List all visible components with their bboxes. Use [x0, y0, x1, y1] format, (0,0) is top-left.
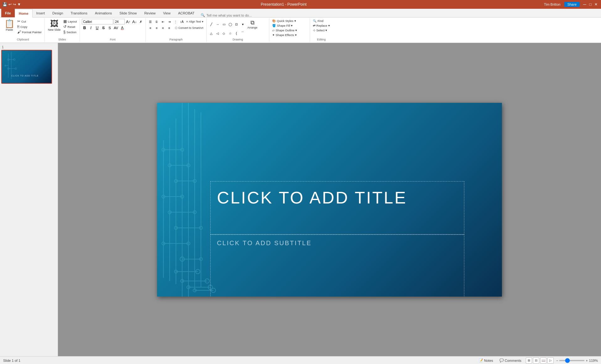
tell-me-input[interactable] — [206, 13, 263, 17]
share-button[interactable]: Share — [564, 2, 580, 7]
tab-home[interactable]: Home — [15, 9, 33, 18]
arrange-button[interactable]: ⧉ Arrange — [246, 19, 259, 30]
shape2[interactable]: ◁ — [215, 30, 220, 36]
format-painter-button[interactable]: 🖌 Format Painter — [16, 29, 43, 34]
text-direction-button[interactable]: ↕A — [179, 19, 185, 24]
triangle-shape[interactable]: △ — [208, 30, 214, 36]
replace-button[interactable]: ⇄ Replace ▾ — [312, 24, 331, 28]
increase-font-size-button[interactable]: A↑ — [125, 19, 131, 24]
tab-review[interactable]: Review — [140, 9, 159, 17]
copy-button[interactable]: ⎘ Copy — [16, 24, 43, 29]
tab-file[interactable]: File — [1, 9, 15, 17]
oval-shape[interactable]: ◯ — [227, 22, 233, 27]
slide-thumb[interactable]: CLICK TO ADD TITLE — [1, 50, 52, 84]
textbox-shape[interactable]: ⊡ — [234, 22, 239, 27]
slide-title-box[interactable]: CLICK TO ADD TITLE — [210, 181, 464, 235]
slide-subtitle-box[interactable]: CLICK TO ADD SUBTITLE — [210, 235, 464, 297]
select-button[interactable]: ⊹ Select ▾ — [312, 28, 328, 32]
paragraph-label: Paragraph — [146, 38, 206, 41]
find-button[interactable]: 🔍 Find — [312, 19, 324, 23]
decrease-indent-button[interactable]: ⇤ — [160, 19, 166, 24]
tab-transitions[interactable]: Transitions — [67, 9, 91, 17]
strikethrough-button[interactable]: S — [101, 25, 106, 31]
shape3[interactable]: ◇ — [221, 30, 227, 36]
customize-icon[interactable]: ▼ — [17, 2, 21, 7]
shape4[interactable]: ☆ — [227, 30, 233, 36]
underline-button[interactable]: U — [94, 25, 100, 31]
copy-icon: ⎘ — [17, 24, 19, 29]
window-title: Presentation1 - PowerPoint — [24, 2, 544, 7]
shape-effects-button[interactable]: ✦ Shape Effects ▾ — [271, 33, 298, 37]
bold-button[interactable]: B — [82, 25, 87, 31]
normal-view-button[interactable]: ⊞ — [526, 357, 532, 364]
new-slide-button[interactable]: 🖼 New Slide — [47, 19, 62, 32]
slideshow-button[interactable]: ▷ — [547, 357, 554, 364]
quick-access-toolbar[interactable]: 💾 ↩ ↪ ▼ — [3, 2, 21, 7]
zoom-slider[interactable] — [559, 360, 584, 361]
redo-icon[interactable]: ↪ — [13, 2, 16, 7]
quick-styles-button[interactable]: 🎨 Quick Styles ▾ — [271, 19, 297, 23]
paste-icon: 📋 — [4, 19, 14, 28]
thumb-circuit-svg — [2, 50, 21, 83]
slide-sorter-button[interactable]: ⊟ — [533, 357, 539, 364]
align-right-button[interactable]: ≡ — [160, 25, 166, 31]
tab-view[interactable]: View — [159, 9, 174, 17]
font-size-input[interactable] — [114, 19, 125, 24]
minimize-button[interactable]: ─ — [582, 2, 587, 7]
tab-slideshow[interactable]: Slide Show — [116, 9, 140, 17]
slide-area: CLICK TO ADD TITLE CLICK TO ADD SUBTITLE — [58, 43, 601, 356]
section-button[interactable]: § Section — [62, 29, 78, 34]
zoom-in-icon[interactable]: + — [586, 359, 588, 362]
cut-button[interactable]: ✂ Cut — [16, 19, 43, 24]
italic-button[interactable]: I — [88, 25, 94, 31]
tab-insert[interactable]: Insert — [33, 9, 49, 17]
clear-formatting-button[interactable]: ✗ — [138, 19, 144, 24]
slide-canvas[interactable]: CLICK TO ADD TITLE CLICK TO ADD SUBTITLE — [157, 103, 502, 297]
bullets-button[interactable]: ☰ — [148, 19, 153, 24]
align-center-button[interactable]: ≡ — [154, 25, 160, 31]
arrow-shape[interactable]: → — [215, 22, 220, 27]
paste-button[interactable]: 📋 Paste — [3, 19, 16, 32]
columns-button[interactable]: ⋮ — [173, 19, 178, 24]
workspace: 1 CLIC — [0, 43, 601, 356]
convert-smartart-button[interactable]: ⬡ Convert to SmartArt — [174, 26, 204, 30]
tab-design[interactable]: Design — [49, 9, 67, 17]
tab-animations[interactable]: Animations — [91, 9, 116, 17]
shape-effects-icon: ✦ — [272, 33, 275, 37]
shape5[interactable]: { — [234, 30, 239, 36]
maximize-button[interactable]: □ — [588, 2, 593, 7]
align-left-button[interactable]: ≡ — [148, 25, 153, 31]
increase-indent-button[interactable]: ⇥ — [166, 19, 172, 24]
window-controls[interactable]: ─ □ ✕ — [582, 2, 598, 7]
decrease-font-size-button[interactable]: A↓ — [132, 19, 137, 24]
shape-fill-button[interactable]: 🪣 Shape Fill ▾ — [271, 24, 293, 28]
arrange-icon: ⧉ — [250, 19, 255, 26]
zoom-out-icon[interactable]: − — [556, 359, 558, 362]
justify-button[interactable]: ≡ — [166, 25, 172, 31]
layout-button[interactable]: ▦ Layout — [62, 19, 78, 24]
font-name-input[interactable] — [82, 19, 113, 24]
more-shapes[interactable]: ▾ — [240, 22, 245, 27]
reset-button[interactable]: ↺ Reset — [62, 24, 78, 29]
align-text-button[interactable]: ≡ Align Text ▾ — [185, 20, 204, 24]
notes-button[interactable]: 📝 Notes — [477, 358, 495, 363]
rect-shape[interactable]: ▭ — [221, 22, 227, 27]
save-icon[interactable]: 💾 — [3, 2, 7, 7]
shadow-button[interactable]: S — [107, 25, 113, 31]
find-icon: 🔍 — [313, 19, 317, 23]
numbering-button[interactable]: ① — [154, 19, 160, 24]
reading-view-button[interactable]: 📖 — [540, 357, 546, 364]
close-button[interactable]: ✕ — [593, 2, 598, 7]
zoom-level[interactable]: 119% — [589, 359, 598, 362]
font-color-button[interactable]: A — [119, 25, 125, 31]
tab-acrobat[interactable]: ACROBAT — [174, 9, 198, 17]
clipboard-group: 📋 Paste ✂ Cut ⎘ Copy 🖌 Format Painter Cl… — [1, 18, 45, 42]
undo-icon[interactable]: ↩ — [8, 2, 12, 7]
shape6[interactable]: ⌒ — [240, 30, 245, 36]
comments-button[interactable]: 💬 Comments — [498, 358, 523, 363]
slides-group: 🖼 New Slide ▦ Layout ↺ Reset § Section S… — [45, 18, 80, 42]
line-shape[interactable]: ╱ — [208, 22, 214, 27]
shape-outline-button[interactable]: ▱ Shape Outline ▾ — [271, 28, 298, 32]
char-spacing-button[interactable]: AV — [113, 25, 119, 31]
slide-thumbnail-1[interactable]: 1 CLIC — [1, 45, 56, 84]
